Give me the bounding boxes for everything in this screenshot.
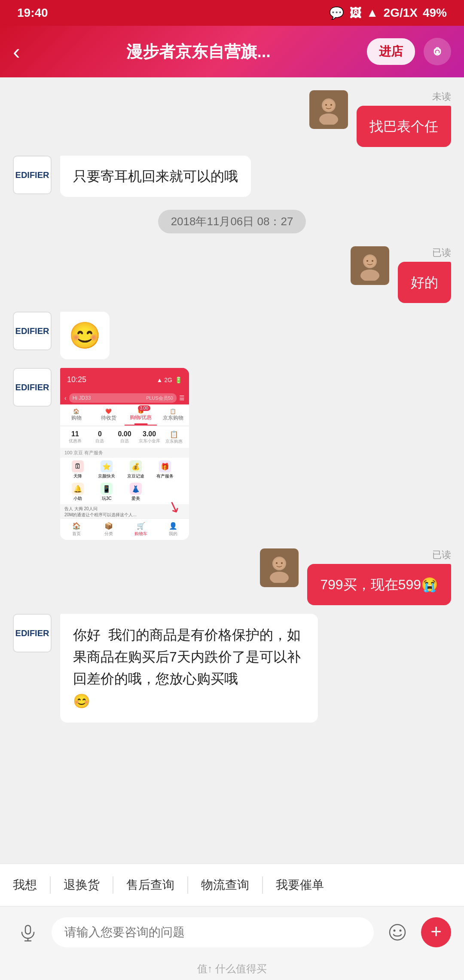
- add-button[interactable]: +: [421, 917, 451, 947]
- message-row: EDIFIER 😊: [0, 307, 464, 364]
- read-label: 已读: [432, 246, 451, 259]
- svg-point-2: [436, 51, 439, 54]
- header: ‹ 漫步者京东自营旗... 进店: [0, 26, 464, 77]
- wechat-icon: 💬: [329, 6, 344, 20]
- svg-point-23: [400, 929, 402, 931]
- timestamp: 2018年11月06日 08：27: [158, 210, 306, 233]
- bubble-wrap: 你好 我们的商品是有价格保护的，如果商品在购买后7天内跌价了是可以补回差价的哦，…: [60, 614, 318, 723]
- chat-container: 未读 找巴表个任 EDIFIER 只要寄耳机回来就可以的哦 2018年11月06…: [0, 77, 464, 864]
- svg-point-17: [281, 562, 283, 564]
- svg-point-15: [274, 558, 285, 569]
- bubble-wrap: 只要寄耳机回来就可以的哦: [60, 156, 251, 197]
- message-bubble: 你好 我们的商品是有价格保护的，如果商品在购买后7天内跌价了是可以补回差价的哦，…: [60, 614, 318, 723]
- image-icon: 🖼: [349, 6, 361, 20]
- camera-button[interactable]: [424, 38, 451, 65]
- unread-label: 未读: [432, 90, 451, 103]
- image-bubble[interactable]: 10:25 ▲ 2G 🔋 ‹ Hi JD33 PLUS会员50 ☰: [60, 368, 189, 540]
- quick-reply-item[interactable]: 我要催单: [276, 873, 324, 897]
- input-bar: +: [0, 906, 464, 958]
- avatar: [309, 90, 348, 129]
- avatar-edifier: EDIFIER: [13, 368, 52, 407]
- quick-reply-bar: 我想 退换货 售后查询 物流查询 我要催单: [0, 864, 464, 906]
- avatar-edifier: EDIFIER: [13, 156, 52, 194]
- avatar-edifier: EDIFIER: [13, 312, 52, 350]
- message-row: 未读 找巴表个任: [0, 86, 464, 151]
- chat-input[interactable]: [52, 917, 374, 947]
- bubble-wrap: 未读 找巴表个任: [357, 90, 451, 147]
- page-title: 漫步者京东自营旗...: [47, 41, 350, 63]
- read-label: 已读: [432, 548, 451, 561]
- divider: [187, 876, 188, 894]
- voice-button[interactable]: [13, 917, 43, 947]
- emoji-bubble: 😊: [60, 312, 110, 359]
- quick-reply-item[interactable]: 售后查询: [126, 873, 174, 897]
- svg-point-21: [390, 925, 405, 940]
- svg-point-5: [323, 100, 334, 111]
- status-bar: 19:40 💬 🖼 ▲ 2G/1X 49%: [0, 0, 464, 26]
- avatar-edifier: EDIFIER: [13, 614, 52, 652]
- bubble-wrap: 已读 好的: [398, 246, 451, 303]
- message-bubble: 好的: [398, 262, 451, 303]
- message-bubble: 找巴表个任: [357, 106, 451, 147]
- message-row: 已读 好的: [0, 242, 464, 307]
- message-row: EDIFIER 你好 我们的商品是有价格保护的，如果商品在购买后7天内跌价了是可…: [0, 609, 464, 727]
- quick-reply-item[interactable]: 退换货: [64, 873, 100, 897]
- signal-icon: 2G/1X: [384, 6, 418, 20]
- divider: [113, 876, 113, 894]
- quick-reply-item[interactable]: 我想: [13, 873, 37, 897]
- divider: [50, 876, 51, 894]
- avatar: [351, 246, 389, 285]
- bubble-wrap: 已读 799买，现在599😭: [307, 548, 451, 605]
- divider: [262, 876, 263, 894]
- message-bubble: 只要寄耳机回来就可以的哦: [60, 156, 251, 197]
- emoji-button[interactable]: [382, 917, 412, 947]
- svg-point-11: [366, 260, 368, 262]
- bottom-ad-bar: 值↑ 什么值得买: [0, 958, 464, 980]
- enter-store-button[interactable]: 进店: [367, 38, 415, 65]
- message-row: EDIFIER 只要寄耳机回来就可以的哦: [0, 151, 464, 201]
- svg-point-22: [394, 929, 396, 931]
- message-bubble: 799买，现在599😭: [307, 564, 451, 605]
- svg-point-6: [325, 104, 327, 106]
- status-icons: 💬 🖼 ▲ 2G/1X 49%: [329, 6, 447, 20]
- message-row: 已读 799买，现在599😭: [0, 544, 464, 609]
- avatar: [260, 548, 299, 587]
- wifi-icon: ▲: [366, 6, 379, 20]
- svg-point-7: [330, 104, 332, 106]
- svg-point-12: [372, 260, 373, 262]
- svg-rect-18: [25, 925, 31, 934]
- status-time: 19:40: [17, 6, 48, 20]
- back-button[interactable]: ‹: [13, 39, 39, 64]
- bubble-wrap: 10:25 ▲ 2G 🔋 ‹ Hi JD33 PLUS会员50 ☰: [60, 368, 189, 540]
- svg-point-14: [270, 572, 289, 583]
- svg-point-9: [360, 270, 379, 281]
- bottom-ad-text: 值↑ 什么值得买: [197, 963, 267, 974]
- svg-point-10: [364, 256, 375, 267]
- quick-reply-item[interactable]: 物流查询: [201, 873, 249, 897]
- svg-point-4: [319, 113, 338, 125]
- bubble-wrap: 😊: [60, 312, 110, 359]
- battery-icon: 49%: [423, 6, 447, 20]
- svg-point-16: [276, 562, 278, 564]
- timestamp-row: 2018年11月06日 08：27: [0, 201, 464, 242]
- message-row: EDIFIER 10:25 ▲ 2G 🔋 ‹ H: [0, 364, 464, 544]
